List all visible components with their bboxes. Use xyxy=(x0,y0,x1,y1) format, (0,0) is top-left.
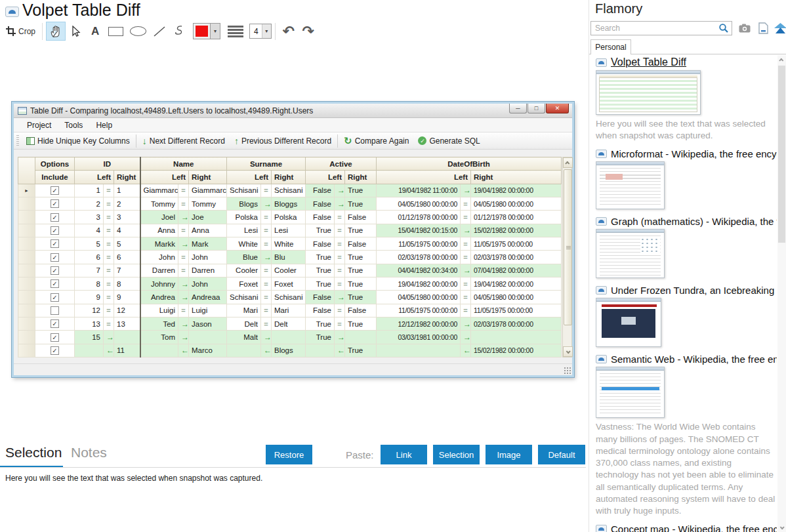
item-title[interactable]: Semantic Web - Wikipedia, the free encyc… xyxy=(596,354,777,365)
restore-button[interactable]: Restore xyxy=(266,445,312,464)
pen-color-picker[interactable]: ▾ xyxy=(193,23,220,39)
item-thumbnail[interactable] xyxy=(596,367,665,418)
item-title[interactable]: Concept map - Wikipedia, the free encycl… xyxy=(596,523,777,532)
scrollbar-thumb[interactable] xyxy=(778,66,785,243)
sidebar-scrollbar[interactable] xyxy=(777,55,786,532)
item-thumbnail[interactable] xyxy=(596,70,701,115)
new-note-button[interactable] xyxy=(756,22,770,35)
table-row[interactable]: ✓←11←Marco←Blogs←True←15/02/1982 00:00:0… xyxy=(18,344,562,357)
tab-selection[interactable]: Selection xyxy=(5,445,62,460)
include-checkbox[interactable]: ✓ xyxy=(51,333,59,342)
crop-icon xyxy=(6,26,16,36)
cursor-icon xyxy=(71,26,81,37)
include-checkbox[interactable]: ✓ xyxy=(51,213,59,222)
table-row[interactable]: ✓2=2Tommy=TommyBlogs→BloggsFalse→True04/… xyxy=(18,197,562,210)
scroll-down-arrow[interactable] xyxy=(777,523,786,532)
table-row[interactable]: ✓15→Tom→Malt→True→03/03/1981 00:00:00→ xyxy=(18,331,562,344)
rectangle-tool-button[interactable] xyxy=(105,22,127,41)
paste-selection-button[interactable]: Selection xyxy=(433,445,480,464)
line-tool-button[interactable] xyxy=(150,22,169,41)
include-checkbox[interactable]: ✓ xyxy=(51,346,59,355)
compare-again-button: ↻ Compare Again xyxy=(339,133,413,149)
snapshot-icon xyxy=(596,286,607,295)
tab-notes[interactable]: Notes xyxy=(71,445,107,460)
hand-tool-button[interactable] xyxy=(46,22,66,41)
snapshot-window-title: Table Diff - Comparing localhost,49489.L… xyxy=(30,106,313,115)
table-row[interactable]: ✓5=5Markk→MarkWhite=WhiteFalse=False11/0… xyxy=(18,237,562,250)
include-checkbox[interactable]: ✓ xyxy=(51,199,59,208)
item-thumbnail[interactable] xyxy=(596,161,665,209)
table-row[interactable]: ✓7=7Darren=DarrenCooler=CoolerTrue=True0… xyxy=(18,264,562,277)
snapshot-image[interactable]: Table Diff - Comparing localhost,49489.L… xyxy=(12,102,574,377)
maximize-button: □ xyxy=(527,104,545,113)
tab-personal[interactable]: Personal xyxy=(590,39,631,54)
snapshot-window-titlebar: Table Diff - Comparing localhost,49489.L… xyxy=(14,104,572,118)
snapshot-toolbar: Hide Unique Key Columns ↓ Next Different… xyxy=(14,132,572,150)
line-icon xyxy=(153,26,166,37)
crop-button[interactable]: Crop xyxy=(3,22,39,41)
table-row[interactable]: ✓6=6John=JohnBlue→BluTrue=True02/03/1978… xyxy=(18,251,562,264)
snapshot-icon xyxy=(596,150,607,158)
color-swatch xyxy=(194,24,211,39)
include-checkbox[interactable]: ✓ xyxy=(51,186,59,195)
list-item[interactable]: Under Frozen Tundra, an Icebreaking Ship… xyxy=(596,285,777,347)
item-title[interactable]: Under Frozen Tundra, an Icebreaking Ship… xyxy=(596,285,777,296)
item-title[interactable]: Graph (mathematics) - Wikipedia, the fre… xyxy=(596,216,777,227)
scroll-up-arrow[interactable] xyxy=(777,55,786,64)
list-item[interactable]: Volpet Table DiffHere you will see the t… xyxy=(596,56,777,142)
chevron-down-icon[interactable]: ▾ xyxy=(211,24,220,39)
item-title[interactable]: Volpet Table Diff xyxy=(596,56,777,68)
item-description: Here you will see the text that was sele… xyxy=(596,118,777,142)
include-checkbox[interactable]: ✓ xyxy=(51,293,59,302)
editor-toolbar: Crop A ▾ 4 ▾ ↶ xyxy=(3,21,318,41)
ellipse-tool-button[interactable] xyxy=(127,22,150,41)
table-row[interactable]: ✓13=13Ted→JasonDelt=DeltTrue=True12/12/1… xyxy=(18,317,562,330)
table-row[interactable]: ✓8=8Johnny→JohnFoxet=FoxetTrue=True19/04… xyxy=(18,277,562,290)
table-row[interactable]: ✓9=9Andrea→AndreaaSchisani=SchisaniFalse… xyxy=(18,291,562,304)
freehand-tool-button[interactable] xyxy=(169,22,189,41)
include-checkbox[interactable] xyxy=(51,306,59,315)
redo-button[interactable]: ↷ xyxy=(299,22,318,41)
search-input[interactable] xyxy=(591,24,718,33)
stroke-width-select[interactable]: 4 ▾ xyxy=(249,24,272,39)
camera-button[interactable] xyxy=(737,22,752,35)
search-icon[interactable] xyxy=(718,23,729,33)
hide-unique-key-columns-button: Hide Unique Key Columns xyxy=(22,133,134,149)
line-thickness-button[interactable] xyxy=(224,22,247,41)
include-checkbox[interactable]: ✓ xyxy=(51,319,59,328)
select-tool-button[interactable] xyxy=(66,22,85,41)
table-row[interactable]: ►✓1=1Giammarco=GiammarcoSchisani=Schisan… xyxy=(18,184,562,197)
table-row[interactable]: ✓4=4Anna=AnnaLesi=LesiTrue=True15/04/198… xyxy=(18,224,562,237)
include-checkbox[interactable]: ✓ xyxy=(51,266,59,275)
page-title: Volpet Table Diff xyxy=(22,1,140,20)
table-row[interactable]: ✓3=3Joel→JoePolska=PolskaFalse=False01/1… xyxy=(18,211,562,224)
item-thumbnail[interactable] xyxy=(596,229,665,278)
refresh-icon: ↻ xyxy=(344,136,352,146)
undo-button[interactable]: ↶ xyxy=(279,22,299,41)
include-checkbox[interactable]: ✓ xyxy=(51,253,59,262)
table-row[interactable]: 12=12Luigi=LuigiMari=MariFalse=False11/0… xyxy=(18,304,562,317)
include-checkbox[interactable]: ✓ xyxy=(51,279,59,288)
menu-project: Project xyxy=(20,121,58,130)
text-tool-button[interactable]: A xyxy=(85,22,105,41)
snapshot-icon xyxy=(596,58,607,67)
include-checkbox[interactable]: ✓ xyxy=(51,239,59,248)
item-title[interactable]: Microformat - Wikipedia, the free encycl… xyxy=(596,148,777,159)
paste-image-button[interactable]: Image xyxy=(486,445,532,464)
editor-header: Volpet Table Diff xyxy=(0,0,586,22)
grid-vertical-scrollbar xyxy=(562,157,572,358)
paste-link-button[interactable]: Link xyxy=(381,445,427,464)
item-description: Vastness: The World Wide Web contains ma… xyxy=(596,421,777,517)
list-item[interactable]: Concept map - Wikipedia, the free encycl… xyxy=(596,523,777,532)
next-different-record-button: ↓ Next Different Record xyxy=(138,133,230,149)
item-thumbnail[interactable] xyxy=(596,298,661,347)
include-checkbox[interactable]: ✓ xyxy=(51,226,59,235)
paste-default-button[interactable]: Default xyxy=(538,445,585,464)
list-item[interactable]: Graph (mathematics) - Wikipedia, the fre… xyxy=(596,216,777,278)
scrollbar-thumb xyxy=(564,169,572,325)
sidebar: Flamory Personal Volpet Table DiffHere y… xyxy=(589,0,786,532)
list-item[interactable]: Microformat - Wikipedia, the free encycl… xyxy=(596,148,777,209)
snapshot-statusbar xyxy=(14,363,572,375)
list-item[interactable]: Semantic Web - Wikipedia, the free encyc… xyxy=(596,354,777,517)
scroll-to-top-button[interactable] xyxy=(773,22,786,35)
